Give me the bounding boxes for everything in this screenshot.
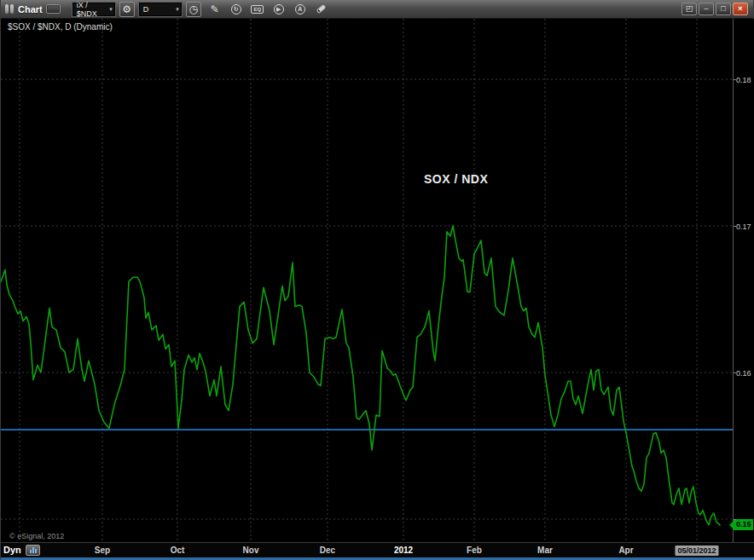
pencil-icon: ✎ bbox=[211, 3, 219, 15]
ratio-line-chart[interactable] bbox=[1, 19, 733, 542]
symbol-value: iX / $NDX bbox=[77, 1, 106, 18]
layout-id-badge bbox=[46, 4, 61, 14]
price-tick bbox=[734, 519, 736, 520]
chart-window: Chart iX / $NDX ▾ ⚙ D ▾ ◷ ✎ ↻ EQ ▶ A bbox=[0, 0, 754, 560]
eraser-button[interactable] bbox=[314, 2, 329, 16]
time-tick-label: Oct bbox=[171, 546, 185, 555]
time-tick-label: Apr bbox=[618, 546, 633, 555]
refresh-icon: ↻ bbox=[231, 4, 241, 14]
symbol-input[interactable]: iX / $NDX ▾ bbox=[72, 3, 115, 16]
maximize-button[interactable]: □ bbox=[716, 3, 731, 15]
last-price-value: 0.15 bbox=[736, 520, 751, 528]
chevron-down-icon[interactable]: ▾ bbox=[109, 6, 113, 13]
quote-bubble-icon: EQ bbox=[251, 5, 264, 14]
refresh-button[interactable]: ↻ bbox=[229, 2, 244, 16]
price-line bbox=[1, 226, 720, 525]
play-icon: ▶ bbox=[274, 4, 284, 14]
auto-button[interactable]: A bbox=[293, 2, 308, 16]
time-tick-label: Dec bbox=[320, 546, 335, 555]
chart-legend: $SOX / $NDX, D (Dynamic) bbox=[8, 22, 113, 32]
time-tick-label: Feb bbox=[467, 546, 482, 555]
a-circle-icon: A bbox=[295, 4, 305, 14]
gear-icon: ⚙ bbox=[122, 3, 131, 15]
draw-tools-button[interactable]: ✎ bbox=[207, 2, 223, 16]
price-tick-label: 0.16 bbox=[736, 368, 751, 378]
window-controls: ◰ – □ × bbox=[682, 3, 748, 15]
window-title: Chart bbox=[18, 4, 43, 14]
minimize-button[interactable]: – bbox=[699, 3, 714, 15]
interval-value: D bbox=[143, 5, 172, 14]
price-axis[interactable]: 0.15 0.160.170.18 bbox=[733, 19, 754, 542]
time-tick-label: Nov bbox=[243, 546, 259, 555]
titlebar[interactable]: Chart iX / $NDX ▾ ⚙ D ▾ ◷ ✎ ↻ EQ ▶ A bbox=[1, 0, 753, 19]
price-tick-label: 0.18 bbox=[736, 75, 751, 85]
time-tick-label: 2012 bbox=[394, 546, 413, 555]
time-tick-label: Mar bbox=[537, 546, 553, 555]
esignal-watermark: © eSignal, 2012 bbox=[9, 532, 64, 540]
price-tag-arrow-icon bbox=[729, 521, 734, 529]
dyn-label: Dyn bbox=[3, 545, 21, 555]
chart-plot-area[interactable]: $SOX / $NDX, D (Dynamic) SOX / NDX © eSi… bbox=[1, 19, 733, 542]
time-axis[interactable]: Dyn SepOctNovDec2012FebMarApr05/01/2012 bbox=[1, 542, 754, 557]
chart-annotation: SOX / NDX bbox=[424, 172, 488, 186]
clock-icon: ◷ bbox=[188, 3, 197, 15]
chevron-down-icon[interactable]: ▾ bbox=[176, 6, 179, 13]
interval-input[interactable]: D ▾ bbox=[139, 3, 182, 16]
chart-window-icon bbox=[5, 4, 14, 14]
last-price-tag: 0.15 bbox=[734, 519, 753, 530]
time-interval-button[interactable]: ◷ bbox=[186, 2, 201, 17]
replay-button[interactable]: ▶ bbox=[271, 2, 287, 16]
mini-bars-icon bbox=[30, 550, 32, 553]
symbol-apply-button[interactable]: ⚙ bbox=[119, 2, 135, 17]
time-template-button[interactable] bbox=[26, 545, 40, 556]
quote-board-button[interactable]: EQ bbox=[250, 2, 265, 16]
popout-button[interactable]: ◰ bbox=[682, 3, 697, 15]
eraser-icon bbox=[316, 4, 327, 14]
price-tick-label: 0.17 bbox=[736, 222, 751, 232]
current-date-label: 05/01/2012 bbox=[675, 546, 718, 556]
close-button[interactable]: × bbox=[733, 3, 748, 15]
time-tick-label: Sep bbox=[95, 546, 110, 555]
